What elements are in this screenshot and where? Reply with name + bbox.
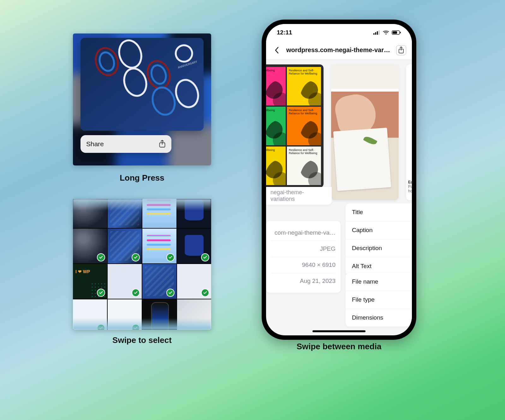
svg-rect-14 xyxy=(377,31,378,35)
media-card-prev[interactable]: d Self- Wellbeing Resilience and Self-Re… xyxy=(266,64,324,188)
svg-rect-15 xyxy=(379,30,380,35)
chevron-left-icon xyxy=(274,46,280,54)
caption-swipe-select: Swipe to select xyxy=(73,335,211,345)
home-indicator[interactable] xyxy=(312,330,365,332)
media-meta-values: com-negai-theme-va… JPEG 9640 × 6910 Aug… xyxy=(266,221,341,293)
wifi-icon xyxy=(383,30,389,35)
svg-rect-18 xyxy=(393,31,397,34)
popart-tile-text: Resilience and Self-Reliance for Wellbei… xyxy=(289,148,317,155)
grid-thumbnail[interactable] xyxy=(73,264,107,299)
swipe-select-panel xyxy=(73,199,211,330)
selection-checkmark-icon xyxy=(97,289,105,297)
battery-icon xyxy=(392,30,401,35)
media-card-current[interactable] xyxy=(331,64,399,200)
status-bar: 12:11 xyxy=(266,24,412,41)
media-fields-panel: Title Caption Description Alt Text xyxy=(346,203,412,275)
share-menu-item[interactable]: Share xyxy=(86,140,159,148)
peek-line: Pa xyxy=(408,184,412,189)
svg-point-16 xyxy=(385,33,386,34)
grid-thumbnail[interactable] xyxy=(108,264,142,299)
popart-tile-text: Resilience and Self-Reliance for Wellbei… xyxy=(289,109,317,115)
selection-checkmark-icon xyxy=(97,253,105,261)
grid-thumbnail[interactable] xyxy=(108,299,142,330)
grid-thumbnail[interactable] xyxy=(142,264,176,299)
grid-thumbnail[interactable] xyxy=(142,229,176,263)
grid-thumbnail[interactable] xyxy=(73,229,107,263)
nav-title: wordpress.com-negai-theme-var… xyxy=(286,46,392,54)
media-selection-grid[interactable] xyxy=(73,199,211,330)
grid-thumbnail[interactable] xyxy=(177,199,211,228)
context-preview-image[interactable]: ANNIVERSARY xyxy=(80,38,204,131)
grid-thumbnail[interactable] xyxy=(108,199,142,228)
grid-thumbnail[interactable] xyxy=(177,264,211,299)
popart-tile-text: Resilience and Self-Reliance for Wellbei… xyxy=(289,69,317,75)
field-dimensions[interactable]: Dimensions xyxy=(346,309,412,327)
grid-thumbnail[interactable] xyxy=(142,299,176,330)
cellular-signal-icon xyxy=(373,30,380,35)
selection-checkmark-icon xyxy=(166,253,175,261)
grid-thumbnail[interactable] xyxy=(73,299,107,330)
back-button[interactable] xyxy=(272,45,282,55)
peek-line: ho xyxy=(408,189,412,193)
meta-date: Aug 21, 2023 xyxy=(300,278,336,285)
caption-swipe-media: Swipe between media xyxy=(262,342,416,351)
grid-thumbnail[interactable] xyxy=(177,229,211,263)
prev-card-caption: negai-theme-variations xyxy=(266,187,332,205)
field-file-name[interactable]: File name xyxy=(346,273,412,291)
popart-tile-text: d Self- Wellbeing xyxy=(266,69,275,72)
share-icon[interactable] xyxy=(159,140,166,148)
status-time: 12:11 xyxy=(277,29,292,36)
phone-screen: 12:11 wordpress.com-negai-theme-var… xyxy=(266,24,412,335)
media-card-next[interactable]: Ea Pa ho xyxy=(406,64,412,200)
selection-checkmark-icon xyxy=(201,253,209,261)
field-description[interactable]: Description xyxy=(346,239,412,257)
field-alt-text[interactable]: Alt Text xyxy=(346,257,412,275)
selection-checkmark-icon xyxy=(166,289,175,297)
svg-rect-12 xyxy=(373,33,375,35)
grid-thumbnail[interactable] xyxy=(177,299,211,330)
meta-dimensions: 9640 × 6910 xyxy=(302,261,336,268)
context-menu: Share xyxy=(80,135,171,153)
media-carousel[interactable]: d Self- Wellbeing Resilience and Self-Re… xyxy=(266,64,412,200)
svg-rect-19 xyxy=(400,32,401,33)
selection-checkmark-icon xyxy=(132,253,140,261)
selection-checkmark-icon xyxy=(201,289,209,297)
meta-file-type: JPEG xyxy=(320,245,336,252)
field-title[interactable]: Title xyxy=(346,203,412,221)
popart-tile-text: d Self- Wellbeing xyxy=(266,109,275,112)
grid-thumbnail[interactable] xyxy=(73,199,107,228)
field-caption[interactable]: Caption xyxy=(346,221,412,239)
meta-title-value: com-negai-theme-va… xyxy=(275,229,336,236)
grid-thumbnail[interactable] xyxy=(142,199,176,228)
share-button[interactable] xyxy=(396,45,406,55)
share-icon xyxy=(398,46,404,54)
peek-line: Ea xyxy=(408,180,412,184)
media-file-panel: File name File type Dimensions xyxy=(346,273,412,327)
caption-long-press: Long Press xyxy=(73,173,211,183)
svg-rect-13 xyxy=(375,32,377,35)
popart-tile-text: d Self- Wellbeing xyxy=(266,148,275,152)
selection-checkmark-icon xyxy=(132,289,140,297)
field-file-type[interactable]: File type xyxy=(346,291,412,309)
phone-mockup: 12:11 wordpress.com-negai-theme-var… xyxy=(262,20,416,340)
nav-bar: wordpress.com-negai-theme-var… xyxy=(266,41,412,59)
long-press-preview-panel: ANNIVERSARY Share xyxy=(73,33,211,165)
grid-thumbnail[interactable] xyxy=(108,229,142,263)
